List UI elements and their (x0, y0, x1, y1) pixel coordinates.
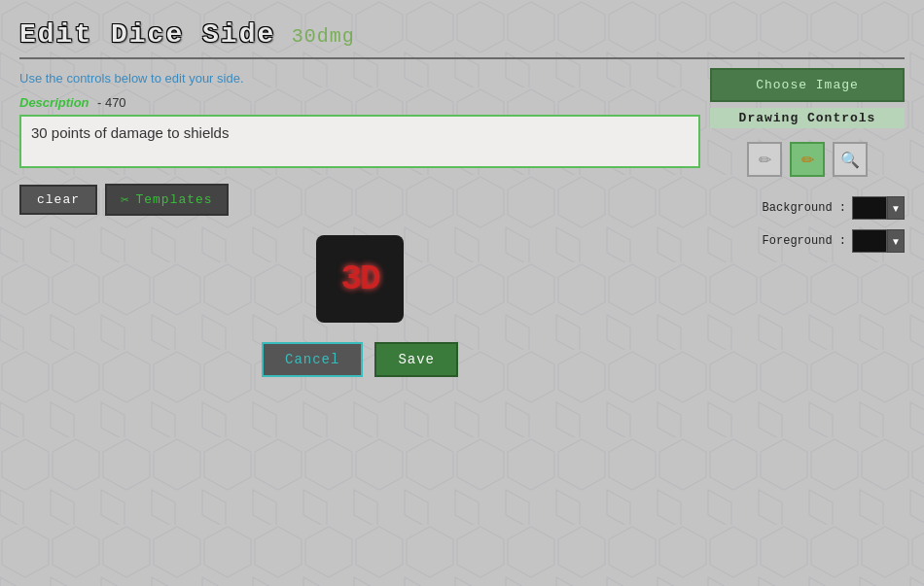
page-title-sub: 30dmg (292, 25, 355, 48)
eraser-icon: ✏ (801, 151, 814, 169)
foreground-color-arrow[interactable]: ▼ (887, 229, 905, 253)
action-buttons-row: Cancel Save (19, 342, 700, 377)
foreground-color-picker[interactable]: ▼ (852, 229, 905, 253)
right-panel: Choose Image Drawing Controls ✏ ✏ 🔍 Back… (710, 68, 905, 262)
background-color-box (852, 196, 887, 220)
description-input[interactable] (19, 115, 700, 168)
dice-preview: 3D (316, 235, 404, 323)
save-button[interactable]: Save (374, 342, 458, 377)
tool-icons-row: ✏ ✏ 🔍 (710, 142, 905, 177)
choose-image-button[interactable]: Choose Image (710, 68, 905, 102)
char-count: - 470 (97, 95, 126, 110)
drawing-controls-label: Drawing Controls (710, 108, 905, 128)
page-title-main: Edit Dice Side (19, 19, 275, 50)
pen-tool-button[interactable]: ✏ (747, 142, 782, 177)
background-color-row: Background : ▼ (710, 196, 905, 220)
eraser-tool-button[interactable]: ✏ (790, 142, 825, 177)
dice-preview-text: 3D (340, 259, 378, 299)
zoom-out-icon: 🔍 (840, 151, 860, 169)
background-color-arrow[interactable]: ▼ (887, 196, 905, 220)
foreground-color-box (852, 229, 887, 253)
foreground-color-label: Foreground : (763, 234, 846, 248)
templates-button-label: Templates (135, 192, 212, 207)
zoom-out-button[interactable]: 🔍 (833, 142, 868, 177)
background-color-label: Background : (763, 201, 846, 215)
background-color-picker[interactable]: ▼ (852, 196, 905, 220)
dice-preview-area: 3D (19, 235, 700, 323)
scissors-icon: ✂ (121, 191, 129, 208)
templates-button[interactable]: ✂ Templates (105, 184, 229, 216)
title-area: Edit Dice Side 30dmg (19, 19, 905, 59)
pen-icon: ✏ (759, 151, 771, 169)
foreground-color-row: Foreground : ▼ (710, 229, 905, 253)
cancel-button[interactable]: Cancel (262, 342, 363, 377)
clear-button[interactable]: clear (19, 185, 97, 215)
editor-buttons-row: clear ✂ Templates (19, 184, 700, 216)
description-label: Description (19, 95, 89, 110)
